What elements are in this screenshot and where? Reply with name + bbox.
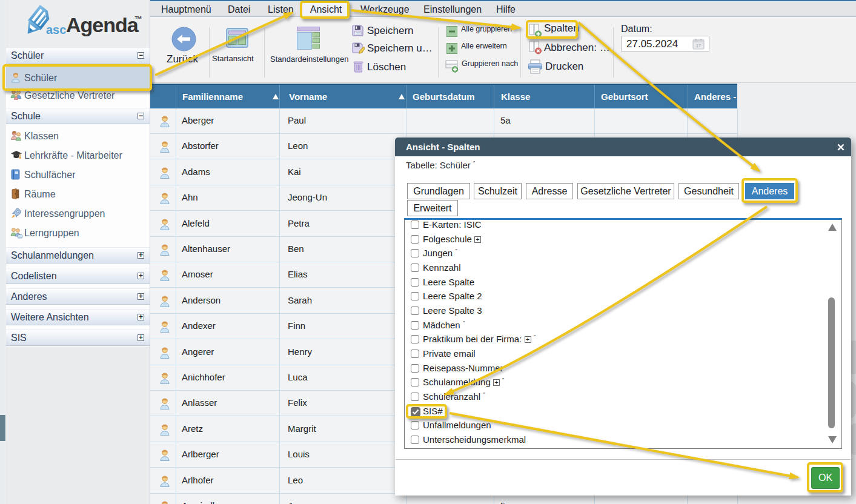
svg-text:17: 17 — [696, 44, 701, 48]
